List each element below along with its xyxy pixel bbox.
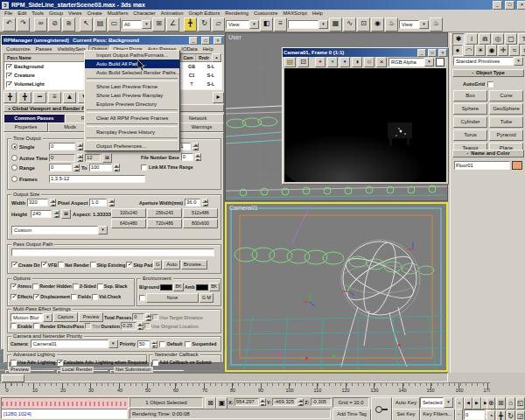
play-icon[interactable]: ▶: [472, 397, 481, 410]
camera-combo[interactable]: Camera01 ▼: [31, 340, 118, 348]
single-radio[interactable]: [11, 144, 18, 150]
name-color-rollout[interactable]: - Name and Color: [452, 150, 524, 158]
go-to-start-icon[interactable]: «: [455, 397, 464, 410]
x-field[interactable]: 954.297: [234, 398, 259, 406]
shapes-category-icon[interactable]: ◠: [464, 45, 474, 56]
cameras-category-icon[interactable]: ◉: [486, 45, 497, 56]
displacement-checkbox[interactable]: [33, 294, 39, 300]
spinner[interactable]: [260, 398, 266, 406]
auto-key-button[interactable]: Auto Key: [392, 397, 420, 410]
priority-field[interactable]: 50: [137, 340, 150, 348]
spinner[interactable]: [53, 210, 60, 218]
render-scene-icon[interactable]: ♨: [385, 18, 398, 32]
min-max-toggle-icon[interactable]: ◲: [516, 410, 525, 420]
maximize-button[interactable]: □: [505, 1, 514, 10]
env-map-button[interactable]: None: [146, 293, 199, 303]
mini-listener-line[interactable]: [1280,1024]: [1, 409, 128, 419]
size-preset-combo[interactable]: Custom ▼: [11, 226, 108, 234]
absolute-offset-toggle-icon[interactable]: ▣: [216, 397, 228, 410]
minimize-button[interactable]: _: [493, 1, 502, 10]
vfb-title-bar[interactable]: Camera01, Frame 0 (1:1) _ □ ×: [283, 48, 448, 57]
selection-filter-combo[interactable]: All ▼: [122, 20, 151, 29]
height-field[interactable]: 240: [31, 210, 52, 218]
preset-512x486-button[interactable]: 512x486: [183, 208, 218, 218]
active-to-field[interactable]: 12: [85, 154, 101, 162]
menu-character[interactable]: Character: [130, 10, 158, 17]
cylinder-button[interactable]: Cylinder: [453, 116, 487, 128]
net-render-checkbox[interactable]: [58, 262, 64, 268]
spinner[interactable]: [151, 340, 158, 348]
multipass-effect-combo[interactable]: Motion Blur ▼: [10, 313, 52, 322]
motion-tab-icon[interactable]: ◎: [492, 33, 504, 45]
geosphere-button[interactable]: GeoSphere: [489, 103, 523, 115]
menu-maxscript[interactable]: MAXScript: [280, 10, 309, 17]
tint-checkbox[interactable]: [85, 323, 91, 329]
frames-radio[interactable]: [11, 176, 18, 182]
frames-field[interactable]: 1,3,5-12: [49, 175, 145, 183]
spinner[interactable]: [137, 322, 144, 330]
menu-help[interactable]: Help: [310, 10, 326, 17]
vid-check-checkbox[interactable]: [92, 294, 98, 300]
menu-item-clear-all-rpm-preview-frames[interactable]: Clear All RPM Preview Frames: [85, 114, 179, 122]
bg-lock-button[interactable]: BK: [173, 283, 184, 291]
z-field[interactable]: -0.305: [311, 398, 332, 406]
use-target-distance-checkbox[interactable]: [152, 314, 158, 320]
hierarchy-tab-icon[interactable]: ⋒: [479, 33, 491, 45]
menu-item-import-output-paths[interactable]: Import Output Paths/Formats...: [85, 51, 179, 60]
arc-rotate-icon[interactable]: ↻: [507, 410, 515, 420]
systems-category-icon[interactable]: ⊛: [521, 45, 525, 56]
mirror-icon[interactable]: ◧: [260, 18, 273, 32]
menu-create[interactable]: Create: [84, 10, 104, 17]
unlink-selection-icon[interactable]: ⊘: [48, 18, 61, 32]
current-frame-field[interactable]: 0: [464, 410, 485, 420]
menu-item-auto-build-all-paths[interactable]: Auto Build All Paths...: [85, 60, 179, 68]
chevron-down-icon[interactable]: ▼: [142, 20, 151, 29]
curve-editor-icon[interactable]: ∿: [343, 18, 356, 32]
chevron-down-icon[interactable]: ▼: [43, 313, 52, 322]
bind-to-spacewarp-icon[interactable]: ≋: [62, 18, 75, 32]
rpm-title-bar[interactable]: RPManager (unregistered) Current Pass: B…: [2, 36, 224, 45]
skip-existing-checkbox[interactable]: [90, 262, 96, 268]
spinner[interactable]: [195, 153, 201, 161]
viewport-camera01[interactable]: Camera01: [225, 202, 448, 372]
torus-button[interactable]: Torus: [453, 130, 487, 141]
spinner[interactable]: [74, 164, 80, 172]
auto-button[interactable]: Auto: [163, 260, 180, 270]
window-crossing-icon[interactable]: ⊞: [152, 18, 165, 32]
object-name-field[interactable]: [454, 161, 510, 170]
range-radio[interactable]: [11, 164, 18, 171]
chevron-down-icon[interactable]: ▼: [249, 20, 259, 29]
blue-channel-icon[interactable]: ●: [340, 57, 350, 67]
spinner[interactable]: [77, 154, 83, 162]
move-pass-up-icon[interactable]: ▲: [63, 92, 76, 103]
capture-button[interactable]: Capture: [53, 312, 78, 322]
menu-tools[interactable]: Tools: [29, 10, 46, 17]
menu-item-output-preferences[interactable]: Output Preferences...: [85, 142, 179, 150]
list-side-icon[interactable]: ▸: [213, 92, 224, 103]
named-selection-sets-combo[interactable]: ▼: [288, 20, 328, 29]
cone-button[interactable]: Cone: [489, 90, 523, 102]
ambient-color-swatch[interactable]: [196, 284, 208, 290]
selection-region-icon[interactable]: ▭: [108, 18, 121, 32]
menu-file[interactable]: File: [2, 10, 15, 17]
create-tab-icon[interactable]: ✱: [452, 33, 465, 45]
close-button[interactable]: ×: [438, 49, 447, 57]
menu-item-ramplay-preview-history[interactable]: Ramplay Preview History: [85, 128, 179, 136]
pass-options-icon[interactable]: ≡: [48, 92, 61, 103]
preview-button[interactable]: Preview: [79, 312, 103, 322]
zoom-extents-all-icon[interactable]: ◱: [516, 397, 525, 410]
menu-views[interactable]: Views: [66, 10, 84, 17]
add-callback-checkbox[interactable]: [152, 360, 158, 366]
lights-category-icon[interactable]: ☀: [475, 45, 486, 56]
background-color-swatch[interactable]: [160, 284, 172, 290]
close-button[interactable]: ×: [517, 1, 525, 10]
add-pass-icon[interactable]: ╋: [4, 92, 17, 103]
minimize-button[interactable]: _: [189, 37, 198, 45]
render-type-combo[interactable]: View ▼: [399, 20, 429, 29]
single-frame-field[interactable]: 0: [49, 143, 75, 150]
select-and-link-icon[interactable]: ∞: [34, 18, 47, 32]
rendered-frame-window[interactable]: Camera01, Frame 0 (1:1) _ □ × ▤ ⊡ ● ● ● …: [282, 47, 449, 185]
clear-icon[interactable]: ×: [376, 57, 387, 67]
lock-selection-icon[interactable]: ⊠: [205, 397, 216, 410]
spinner[interactable]: [77, 143, 83, 150]
